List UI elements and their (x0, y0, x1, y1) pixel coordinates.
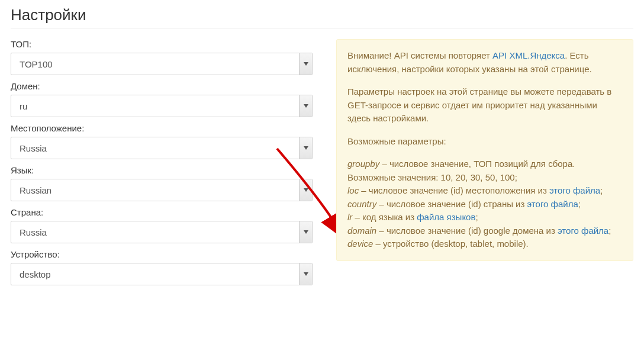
info-paragraph-3: Возможные параметры: (347, 135, 622, 149)
info-params: groupby – числовое значение, ТОП позиций… (347, 157, 622, 251)
param-text: ; (600, 185, 603, 195)
link-loc-file[interactable]: этого файла (549, 185, 600, 195)
label-location: Местоположение: (11, 123, 313, 133)
select-domain[interactable]: ru (11, 95, 313, 117)
info-box: Внимание! API системы повторяет API XML.… (336, 39, 633, 261)
chevron-down-icon[interactable] (299, 95, 312, 117)
select-country-value: Russia (11, 227, 299, 237)
param-text: – код языка из (352, 212, 417, 222)
label-country: Страна: (11, 207, 313, 217)
select-top-value: TOP100 (11, 59, 299, 69)
param-text: – числовое значение (id) google домена и… (376, 226, 558, 236)
link-country-file[interactable]: этого файла (527, 199, 578, 209)
label-device: Устройство: (11, 249, 313, 259)
select-location-value: Russia (11, 143, 299, 153)
field-country: Страна: Russia (11, 207, 313, 243)
param-name-domain: domain (347, 226, 376, 236)
field-top: ТОП: TOP100 (11, 39, 313, 75)
param-name-loc: loc (347, 185, 359, 195)
field-language: Язык: Russian (11, 165, 313, 201)
svg-marker-0 (304, 62, 308, 66)
param-text: – числовое значение (id) страны из (376, 199, 527, 209)
link-lr-file[interactable]: файла языков (417, 212, 475, 222)
link-domain-file[interactable]: этого файла (558, 226, 608, 236)
svg-marker-3 (304, 188, 308, 192)
info-column: Внимание! API системы повторяет API XML.… (336, 39, 633, 261)
select-domain-value: ru (11, 101, 299, 111)
param-text: ; (578, 199, 581, 209)
select-country[interactable]: Russia (11, 221, 313, 243)
select-language[interactable]: Russian (11, 179, 313, 201)
select-device[interactable]: desktop (11, 263, 313, 285)
select-language-value: Russian (11, 185, 299, 195)
svg-marker-2 (304, 146, 308, 150)
param-text: – числовое значение, ТОП позиций для сбо… (347, 159, 575, 182)
title-divider (11, 28, 633, 28)
param-text: ; (475, 212, 478, 222)
param-name-groupby: groupby (347, 159, 379, 169)
param-text: ; (608, 226, 611, 236)
select-location[interactable]: Russia (11, 137, 313, 159)
chevron-down-icon[interactable] (299, 53, 312, 75)
param-text: – устройство (desktop, tablet, mobile). (373, 239, 528, 249)
settings-form: ТОП: TOP100 Домен: ru Местоположение: Ru… (11, 39, 313, 291)
svg-marker-5 (304, 272, 308, 276)
svg-marker-4 (304, 230, 308, 234)
field-device: Устройство: desktop (11, 249, 313, 285)
select-top[interactable]: TOP100 (11, 53, 313, 75)
param-name-country: country (347, 199, 376, 209)
label-language: Язык: (11, 165, 313, 175)
field-domain: Домен: ru (11, 81, 313, 117)
label-domain: Домен: (11, 81, 313, 91)
chevron-down-icon[interactable] (299, 179, 312, 201)
chevron-down-icon[interactable] (299, 137, 312, 159)
chevron-down-icon[interactable] (299, 263, 312, 285)
param-name-device: device (347, 239, 373, 249)
chevron-down-icon[interactable] (299, 221, 312, 243)
label-top: ТОП: (11, 39, 313, 49)
field-location: Местоположение: Russia (11, 123, 313, 159)
param-text: – числовое значение (id) местоположения … (359, 185, 549, 195)
link-api-yandex[interactable]: API XML.Яндекса (492, 50, 565, 60)
svg-marker-1 (304, 104, 308, 108)
info-paragraph-1: Внимание! API системы повторяет API XML.… (347, 49, 622, 76)
info-text: Внимание! API системы повторяет (347, 50, 492, 60)
page-title: Настройки (11, 6, 633, 24)
layout-columns: ТОП: TOP100 Домен: ru Местоположение: Ru… (11, 39, 633, 291)
select-device-value: desktop (11, 269, 299, 279)
info-paragraph-2: Параметры настроек на этой странице вы м… (347, 85, 622, 125)
